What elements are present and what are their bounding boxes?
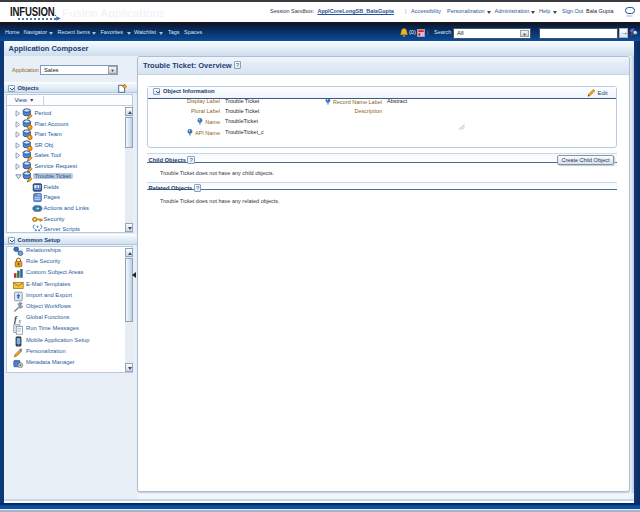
svg-text:f: f [14, 314, 18, 324]
